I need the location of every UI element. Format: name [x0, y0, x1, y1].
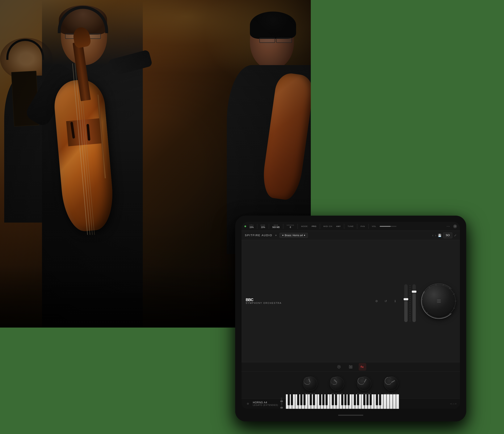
piano-white-key[interactable]	[311, 394, 314, 409]
settings-icon-btn[interactable]: ⚙	[374, 298, 379, 304]
piano-white-key[interactable]	[289, 394, 292, 409]
reverb-knob[interactable]	[303, 376, 317, 391]
svg-line-6	[429, 287, 430, 288]
dot	[410, 300, 410, 301]
cpu-label: CPU	[250, 224, 254, 226]
piano-white-key[interactable]	[320, 394, 324, 409]
slider1-thumb[interactable]	[404, 298, 408, 300]
symphony-text: SYMPHONY ORCHESTRA	[246, 302, 282, 304]
piano-white-key[interactable]	[393, 394, 396, 409]
piano-white-key[interactable]	[317, 394, 320, 409]
save-preset-button[interactable]: 💾	[438, 234, 441, 237]
piano-white-key[interactable]	[374, 394, 377, 409]
info-icon-btn[interactable]: ℹ	[392, 298, 398, 304]
piano-white-key[interactable]	[377, 394, 380, 409]
knob-arc-svg	[420, 282, 458, 320]
vol-bar[interactable]	[380, 226, 396, 227]
nav-next-button[interactable]: ›	[435, 233, 436, 237]
disk-stat: DISK 15%	[261, 224, 265, 229]
piano-white-key[interactable]	[387, 394, 389, 409]
brand-dropdown[interactable]: ▼	[275, 234, 277, 237]
divider-8	[368, 224, 369, 229]
preset-name[interactable]: ✦ Brass: Horns a4 ✦	[279, 233, 308, 238]
patch-type: LEGATO (EXTENDED)	[253, 404, 278, 406]
nav-prev-button[interactable]: ‹	[432, 233, 433, 237]
slider-dots	[410, 284, 410, 322]
expression-slider[interactable]	[413, 284, 416, 322]
tab-fx[interactable]: fx	[359, 363, 366, 371]
piano-white-key[interactable]	[308, 394, 311, 409]
piano-white-key[interactable]	[305, 394, 308, 409]
piano-white-key[interactable]	[371, 394, 374, 409]
piano-white-key[interactable]	[342, 394, 345, 409]
release-knob[interactable]	[330, 376, 344, 391]
piano-white-key[interactable]	[365, 394, 368, 409]
mode-label: MODE:	[301, 225, 308, 227]
piano-white-key[interactable]	[349, 394, 352, 409]
dot	[410, 289, 410, 290]
piano-white-key[interactable]	[327, 394, 330, 409]
svg-line-5	[424, 292, 425, 293]
dynamics-slider[interactable]	[404, 284, 408, 322]
tab-mixer[interactable]	[347, 363, 354, 371]
variation-knob[interactable]	[384, 376, 398, 391]
piano-white-key[interactable]	[286, 394, 289, 409]
mode-value[interactable]: PRO	[312, 225, 316, 227]
plugin-main: BBC SYMPHONY ORCHESTRA ⚙ ↺ ℹ	[242, 240, 460, 362]
svg-line-10	[453, 294, 455, 295]
voices-value: 0	[290, 226, 291, 229]
dot	[410, 302, 410, 302]
plugin-device: CPU 15% DISK 15% MEM 569 MB VOICES 0 MOD…	[235, 216, 466, 421]
piano-white-key[interactable]	[314, 394, 317, 409]
disk-value: 15%	[261, 226, 265, 229]
piano-white-key[interactable]	[302, 394, 305, 409]
midi-value[interactable]: ANY	[336, 225, 341, 227]
tab-play[interactable]	[335, 363, 343, 371]
svg-marker-15	[339, 366, 340, 368]
piano-white-key[interactable]	[324, 394, 326, 409]
piano-white-key[interactable]	[368, 394, 371, 409]
variation-group: VARIATION	[384, 376, 398, 395]
voices-label: VOICES	[287, 224, 294, 226]
piano-white-key[interactable]	[358, 394, 361, 409]
piano-white-key[interactable]	[352, 394, 355, 409]
brand-name: SPITFIRE AUDIO	[245, 234, 272, 237]
home-indicator[interactable]	[338, 415, 363, 416]
refresh-icon-btn[interactable]: ↺	[383, 298, 389, 304]
piano-white-key[interactable]	[355, 394, 358, 409]
piano-keyboard[interactable]	[286, 394, 448, 409]
mini-fader-2[interactable]	[281, 406, 282, 409]
piano-white-key[interactable]	[330, 394, 333, 409]
slider2-thumb[interactable]	[412, 291, 416, 293]
piano-white-key[interactable]	[396, 394, 399, 409]
vol-label: VOL	[372, 225, 376, 227]
expand-button[interactable]: ⤢	[454, 234, 457, 237]
mem-stat: MEM 569 MB	[272, 224, 280, 229]
piano-white-key[interactable]	[361, 394, 364, 409]
mini-fader-1[interactable]	[281, 398, 282, 405]
mini-faders	[281, 398, 282, 409]
piano-white-key[interactable]	[336, 394, 339, 409]
plugin-tabbar: fx	[242, 362, 460, 372]
piano-white-key[interactable]	[298, 394, 301, 409]
piano-white-key[interactable]	[346, 394, 349, 409]
piano-white-key[interactable]	[292, 394, 295, 409]
large-knob-container	[422, 284, 456, 318]
piano-white-key[interactable]	[390, 394, 393, 409]
more-options-button[interactable]: ⋯	[446, 224, 450, 228]
piano-white-key[interactable]	[339, 394, 342, 409]
svg-line-13	[449, 313, 450, 314]
svg-rect-18	[351, 365, 352, 368]
tightness-knob[interactable]	[357, 376, 371, 391]
so-logo-badge: SO	[443, 232, 452, 238]
close-button[interactable]: ✕	[453, 224, 457, 228]
dot	[410, 291, 410, 292]
piano-white-key[interactable]	[380, 394, 383, 409]
piano-white-key[interactable]	[333, 394, 336, 409]
piano-white-key[interactable]	[295, 394, 298, 409]
tune-label: TUNE	[348, 225, 354, 227]
piano-white-key[interactable]	[383, 394, 387, 409]
main-expression-knob[interactable]	[422, 284, 456, 318]
patch-info: HORNS A4 LEGATO (EXTENDED)	[253, 401, 278, 406]
settings-bottom-button[interactable]: ⚙	[245, 401, 251, 407]
